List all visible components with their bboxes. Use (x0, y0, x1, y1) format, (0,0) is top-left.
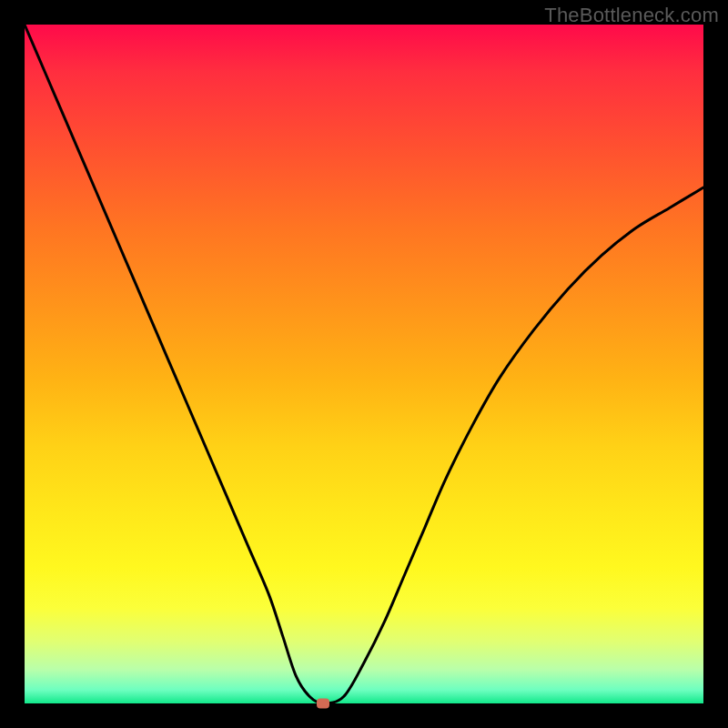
plot-area (25, 25, 703, 703)
watermark-text: TheBottleneck.com (544, 4, 719, 27)
bottleneck-curve (25, 25, 703, 703)
chart-frame: TheBottleneck.com (0, 0, 728, 728)
optimal-marker (317, 699, 329, 709)
